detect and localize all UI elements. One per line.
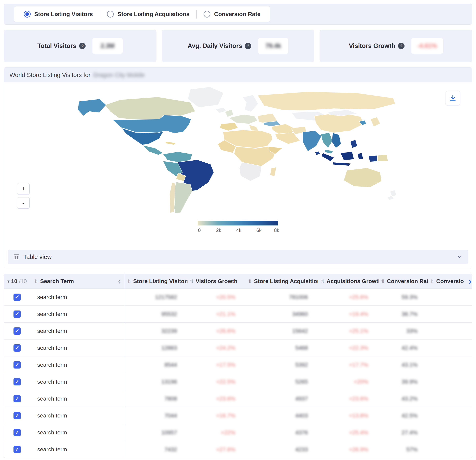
column-label: Conversio bbox=[436, 278, 464, 285]
sort-icon[interactable]: ⇅ bbox=[321, 279, 324, 284]
map-region-myanmar-thailand[interactable] bbox=[321, 133, 332, 148]
sort-icon[interactable]: ⇅ bbox=[190, 279, 194, 284]
checkbox-checked-icon[interactable]: ✓ bbox=[14, 344, 21, 352]
help-icon[interactable]: ? bbox=[79, 43, 85, 49]
checkbox-checked-icon[interactable]: ✓ bbox=[14, 311, 21, 318]
map-region-france-germany[interactable] bbox=[229, 115, 258, 124]
sort-icon[interactable]: ⇅ bbox=[431, 279, 434, 284]
checkbox-checked-icon[interactable]: ✓ bbox=[14, 429, 21, 436]
conversion-rate-cell: 57% bbox=[379, 446, 428, 453]
search-term-cell[interactable]: search term bbox=[30, 339, 125, 356]
map-region-sulawesi[interactable] bbox=[357, 153, 363, 159]
sort-icon[interactable]: ⇅ bbox=[381, 279, 385, 284]
map-region-japan[interactable] bbox=[371, 117, 380, 127]
chevron-down-icon[interactable] bbox=[457, 254, 463, 260]
map-region-java[interactable] bbox=[333, 162, 351, 166]
map-region-greenland[interactable] bbox=[188, 87, 223, 107]
map-region-borneo[interactable] bbox=[340, 152, 354, 160]
toggle-store-listing-acquisitions[interactable]: Store Listing Acquisitions bbox=[100, 11, 196, 17]
sort-icon[interactable]: ⇅ bbox=[248, 279, 252, 284]
table-view-toggle[interactable]: Table view bbox=[8, 250, 468, 264]
zoom-in-button[interactable]: + bbox=[17, 183, 30, 194]
visitors-cell: 1217582 bbox=[125, 294, 187, 300]
map-region-new-zealand[interactable] bbox=[387, 190, 397, 200]
visitors-growth-cell: +23.6% bbox=[187, 396, 246, 402]
map-region-west-papua[interactable] bbox=[368, 155, 378, 162]
map-region-alaska[interactable] bbox=[78, 99, 106, 116]
header-visitors-growth[interactable]: ⇅ Visitors Growth bbox=[187, 274, 246, 288]
map-region-saudi-arabia[interactable] bbox=[275, 133, 300, 144]
checkbox-checked-icon[interactable]: ✓ bbox=[14, 395, 21, 402]
header-acquisitions-growth[interactable]: ⇅ Acquisitions Growth bbox=[318, 274, 379, 288]
map-region-central-america[interactable] bbox=[143, 145, 163, 155]
metric-toggle-group: Store Listing Visitors Store Listing Acq… bbox=[14, 6, 270, 22]
header-store-listing-acquisitions[interactable]: ⇅ Store Listing Acquisitions bbox=[246, 274, 318, 288]
collapse-column-button[interactable]: ‹ bbox=[116, 277, 122, 285]
conversion-rate-cell: 59.3% bbox=[379, 294, 428, 300]
search-term-cell[interactable]: search term bbox=[30, 424, 125, 441]
visitors-growth-cell: +17.5% bbox=[187, 362, 246, 368]
total-count: /10 bbox=[19, 278, 27, 285]
map-region-india[interactable] bbox=[303, 131, 322, 151]
map-region-spain[interactable] bbox=[220, 123, 238, 131]
map-region-russia[interactable] bbox=[257, 92, 395, 111]
map-region-malaysia[interactable] bbox=[325, 150, 333, 154]
map-region-australia[interactable] bbox=[344, 168, 382, 187]
radio-icon[interactable] bbox=[204, 11, 210, 17]
row-checkbox-cell: ✓ bbox=[4, 424, 30, 441]
table-row: ✓ search term 10957 +22% 4376 +25.4% 27.… bbox=[4, 424, 472, 441]
sort-icon[interactable]: ⇅ bbox=[34, 279, 38, 284]
map-region-uk[interactable] bbox=[225, 109, 233, 117]
sort-icon[interactable]: ⇅ bbox=[128, 279, 131, 284]
column-label: Store Listing Visitors bbox=[133, 278, 187, 285]
search-term-cell[interactable]: search term bbox=[30, 356, 125, 373]
checkbox-checked-icon[interactable]: ✓ bbox=[14, 361, 21, 369]
map-region-colombia-venezuela[interactable] bbox=[163, 152, 192, 162]
search-term-cell[interactable]: search term bbox=[30, 289, 125, 305]
zoom-out-button[interactable]: - bbox=[17, 197, 30, 208]
radio-icon[interactable] bbox=[107, 11, 114, 17]
visitors-growth-cell: +22.5% bbox=[187, 379, 246, 385]
search-term-cell[interactable]: search term bbox=[30, 323, 125, 339]
checkbox-checked-icon[interactable]: ✓ bbox=[14, 327, 21, 335]
map-region-madagascar[interactable] bbox=[270, 167, 276, 176]
map-region-cuba[interactable] bbox=[165, 142, 176, 145]
search-term-cell[interactable]: search term bbox=[30, 306, 125, 322]
map-region-iceland[interactable] bbox=[215, 108, 226, 113]
search-term-cell[interactable]: search term bbox=[30, 390, 125, 407]
checkbox-checked-icon[interactable]: ✓ bbox=[14, 378, 21, 385]
scroll-columns-right-button[interactable]: › bbox=[466, 277, 472, 286]
checkbox-checked-icon[interactable]: ✓ bbox=[14, 294, 21, 301]
radio-selected-icon[interactable] bbox=[24, 11, 31, 17]
map-region-papua-new-guinea[interactable] bbox=[378, 155, 388, 161]
stat-label: Visitors Growth bbox=[349, 42, 395, 50]
map-region-argentina[interactable] bbox=[173, 182, 192, 213]
map-region-sumatra[interactable] bbox=[322, 153, 334, 161]
table-row: ✓ search term 13196 +22.5% 5265 +20% 39.… bbox=[4, 373, 472, 390]
search-term-cell[interactable]: search term bbox=[30, 407, 125, 424]
toggle-store-listing-visitors[interactable]: Store Listing Visitors bbox=[17, 11, 100, 17]
download-button[interactable] bbox=[446, 91, 460, 105]
header-store-listing-visitors[interactable]: ⇅ Store Listing Visitors bbox=[125, 274, 187, 288]
toggle-conversion-rate[interactable]: Conversion Rate bbox=[197, 11, 267, 17]
map-region-vietnam[interactable] bbox=[332, 133, 341, 148]
sort-rows-icon[interactable]: ▾ bbox=[8, 279, 9, 284]
header-conversion-rate[interactable]: ⇅ Conversion Rate bbox=[379, 274, 428, 288]
checkbox-checked-icon[interactable]: ✓ bbox=[14, 412, 21, 419]
header-selected-count[interactable]: ▾ 10/10 bbox=[4, 274, 30, 288]
legend-tick: 2k bbox=[216, 227, 221, 233]
header-conversion-truncated[interactable]: ⇅ Conversio › bbox=[428, 274, 472, 288]
checkbox-checked-icon[interactable]: ✓ bbox=[14, 446, 21, 453]
acquisitions-growth-cell: +25.6% bbox=[318, 294, 379, 300]
header-search-term[interactable]: ⇅ Search Term ‹ bbox=[30, 274, 125, 288]
help-icon[interactable]: ? bbox=[398, 43, 405, 49]
search-term-cell[interactable]: search term bbox=[30, 373, 125, 390]
search-term-cell[interactable]: search term bbox=[30, 441, 125, 458]
map-region-philippines[interactable] bbox=[350, 140, 357, 148]
map-region-scandinavia[interactable] bbox=[243, 95, 258, 112]
acquisitions-cell: 34960 bbox=[246, 311, 318, 317]
map-region-sri-lanka[interactable] bbox=[315, 151, 320, 155]
visitors-growth-cell: +20.5% bbox=[187, 294, 246, 300]
help-icon[interactable]: ? bbox=[245, 43, 251, 49]
map-title: World Store Listing Visitors for bbox=[9, 71, 90, 78]
